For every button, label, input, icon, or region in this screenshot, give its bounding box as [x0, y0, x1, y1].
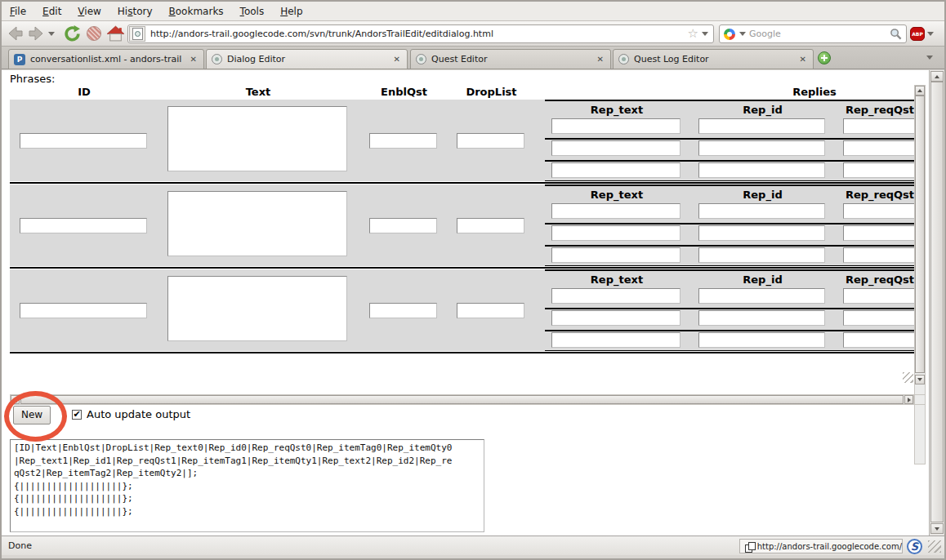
bookmark-star-icon[interactable]: ☆ — [688, 28, 698, 40]
stop-icon[interactable] — [87, 26, 101, 41]
history-dropdown-icon[interactable] — [48, 32, 55, 36]
reply-reqqst-input[interactable] — [843, 288, 914, 304]
tab-conversationlist[interactable]: P conversationlist.xml - andors-trail - … — [8, 49, 204, 69]
url-input[interactable] — [145, 29, 688, 39]
menu-tools[interactable]: Tools — [232, 2, 273, 20]
auto-update-checkbox[interactable] — [72, 410, 82, 420]
reply-text-input[interactable] — [551, 332, 680, 348]
tab-close-icon[interactable]: ✕ — [189, 55, 199, 64]
window-resize-grip[interactable] — [928, 540, 941, 553]
googlecode-favicon-icon: P — [14, 54, 25, 65]
back-icon[interactable] — [7, 24, 25, 42]
phrase-enblqst-input[interactable] — [369, 303, 437, 318]
frame-hscroll-thumb[interactable] — [20, 395, 904, 404]
reply-id-input[interactable] — [698, 140, 825, 156]
search-input[interactable] — [749, 29, 890, 39]
tab-close-icon[interactable]: ✕ — [596, 55, 605, 64]
reply-text-input[interactable] — [551, 118, 680, 134]
tab-title: Dialog Editor — [227, 54, 387, 64]
home-icon[interactable] — [107, 25, 124, 42]
reply-reqqst-input[interactable] — [843, 162, 914, 178]
phrase-enblqst-input[interactable] — [369, 218, 437, 233]
reply-row-divider — [545, 308, 914, 309]
frame-resize-grip[interactable] — [903, 372, 913, 383]
status-text: Done — [8, 540, 32, 551]
phrase-text-input[interactable] — [167, 106, 347, 171]
new-tab-icon[interactable] — [818, 51, 831, 64]
reply-text-input[interactable] — [551, 310, 680, 326]
urlbar-dropdown-icon[interactable] — [702, 32, 708, 36]
frame-vertical-scrollbar[interactable] — [914, 85, 926, 464]
menu-edit[interactable]: Edit — [34, 2, 69, 20]
reply-reqqst-input[interactable] — [843, 332, 914, 348]
reply-id-input[interactable] — [698, 288, 825, 304]
reply-id-input[interactable] — [698, 203, 825, 219]
reply-text-input[interactable] — [551, 203, 680, 219]
adblock-plus-icon[interactable]: ABP — [910, 27, 925, 41]
new-button[interactable]: New — [13, 406, 51, 424]
url-bar: ☆ — [127, 24, 714, 43]
reply-row-divider — [545, 138, 914, 140]
reply-text-input[interactable] — [551, 247, 680, 263]
phrase-id-input[interactable] — [20, 218, 147, 233]
scroll-left-icon[interactable] — [11, 395, 20, 404]
scroll-down-icon[interactable] — [915, 375, 925, 384]
reply-id-input[interactable] — [698, 162, 825, 178]
reply-id-input[interactable] — [698, 118, 825, 134]
replies-table: Rep_text Rep_id Rep_reqQst — [545, 100, 914, 181]
reply-reqqst-input[interactable] — [843, 203, 914, 219]
scroll-up-icon[interactable] — [915, 86, 925, 96]
frame-vscroll-thumb[interactable] — [915, 96, 925, 373]
tab-quest-editor[interactable]: Quest Editor ✕ — [410, 49, 611, 69]
tab-close-icon[interactable]: ✕ — [392, 55, 402, 64]
scroll-right-icon[interactable] — [904, 395, 913, 404]
reply-text-input[interactable] — [551, 162, 680, 178]
phrase-enblqst-input[interactable] — [369, 133, 437, 149]
frame-horizontal-scrollbar[interactable] — [10, 394, 914, 405]
reply-reqqst-input[interactable] — [843, 225, 914, 241]
phrase-text-input[interactable] — [167, 191, 347, 256]
menu-history[interactable]: History — [109, 2, 161, 20]
phrase-text-input[interactable] — [167, 276, 347, 341]
google-engine-icon[interactable] — [724, 29, 735, 40]
reply-header-rep-reqqst: Rep_reqQst — [814, 104, 914, 116]
adblock-dropdown-icon[interactable] — [927, 32, 934, 36]
menu-view[interactable]: View — [69, 2, 109, 20]
list-all-tabs-icon[interactable] — [926, 56, 933, 60]
reply-id-input[interactable] — [698, 332, 825, 348]
reply-text-input[interactable] — [551, 140, 680, 156]
reply-reqqst-input[interactable] — [843, 118, 914, 134]
phrase-droplist-input[interactable] — [457, 133, 524, 149]
scroll-down-icon[interactable] — [930, 523, 944, 534]
menu-help[interactable]: Help — [272, 2, 310, 20]
reply-row-divider — [545, 265, 914, 266]
scroll-up-icon[interactable] — [930, 71, 944, 82]
search-magnifier-icon[interactable] — [890, 28, 902, 40]
menu-file[interactable]: File — [2, 2, 34, 20]
phrase-droplist-input[interactable] — [457, 303, 524, 318]
reply-id-input[interactable] — [698, 310, 825, 326]
forward-icon[interactable] — [27, 24, 45, 42]
browser-vertical-scrollbar[interactable] — [929, 70, 944, 536]
browser-vscroll-thumb[interactable] — [930, 82, 944, 522]
tab-close-icon[interactable]: ✕ — [798, 55, 808, 64]
reply-id-input[interactable] — [698, 247, 825, 263]
reply-reqqst-input[interactable] — [843, 140, 914, 156]
phrase-droplist-input[interactable] — [457, 218, 524, 233]
output-textarea[interactable]: [ID|Text|EnblQst|DropList|Rep_text0|Rep_… — [10, 439, 484, 532]
reload-icon[interactable] — [64, 25, 81, 42]
menu-bookmarks[interactable]: Bookmarks — [161, 2, 232, 20]
tab-quest-log-editor[interactable]: Quest Log Editor ✕ — [613, 49, 814, 69]
noscript-icon[interactable]: S — [907, 539, 922, 554]
phrase-id-input[interactable] — [20, 303, 147, 318]
tab-dialog-editor[interactable]: Dialog Editor ✕ — [206, 49, 408, 69]
reply-text-input[interactable] — [551, 225, 680, 241]
reply-reqqst-input[interactable] — [843, 310, 914, 326]
replies-table: Rep_text Rep_id Rep_reqQst — [545, 184, 914, 266]
reply-text-input[interactable] — [551, 288, 680, 304]
reply-reqqst-input[interactable] — [843, 247, 914, 263]
search-engine-dropdown-icon[interactable] — [739, 32, 746, 36]
reply-id-input[interactable] — [698, 225, 825, 241]
phrase-id-input[interactable] — [20, 133, 147, 149]
auto-update-label: Auto update output — [87, 408, 190, 420]
